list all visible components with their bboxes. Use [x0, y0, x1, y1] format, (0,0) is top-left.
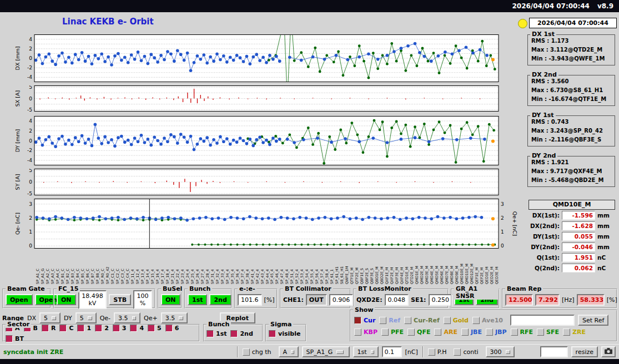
sector-1-toggle[interactable]: 1	[77, 325, 91, 332]
sigma-visible-checkbox[interactable]	[269, 330, 276, 337]
mode-value: A	[283, 348, 288, 356]
show-ref-toggle[interactable]: Ref	[379, 317, 400, 324]
sector-bt-checkbox[interactable]	[6, 335, 13, 342]
ee-ratio-readout: 101.6	[238, 294, 262, 306]
stats-dy-1st-rms: RMS : 0.743	[531, 118, 615, 127]
bpm-axis-label: SP_B8_C	[95, 250, 100, 284]
range-qe-plus-select[interactable]: 3.5	[161, 312, 188, 323]
range-dx-select[interactable]: 5	[39, 312, 61, 323]
show-rfe-checkbox[interactable]	[511, 328, 518, 336]
threshold-unit: [nC]	[405, 348, 418, 356]
option-menu-icon	[52, 316, 56, 320]
show-zre-label: ZRE	[572, 328, 586, 336]
sector-6-checkbox[interactable]	[165, 325, 173, 332]
bunch-select-2nd-checkbox[interactable]	[230, 330, 238, 337]
show-ave10-toggle[interactable]: Ave10	[472, 317, 503, 324]
bunch-select-1st-checkbox[interactable]	[207, 330, 214, 337]
gr-a1-snsr-group: GR_A1 SNSR 1st 2nd	[451, 289, 500, 309]
sector-5-checkbox[interactable]	[148, 325, 155, 332]
show-jbp-checkbox[interactable]	[486, 328, 493, 336]
sector-3-checkbox[interactable]	[113, 325, 120, 332]
sector-1-checkbox[interactable]	[77, 325, 84, 332]
range-dy-select[interactable]: 5	[76, 312, 97, 323]
show-sfe-toggle[interactable]: SFE	[537, 328, 559, 336]
plot-dy[interactable]: 420-2-4DY [mm]	[14, 116, 500, 165]
beam-gate-open-button-1[interactable]: Open	[6, 294, 33, 305]
fc15-stb-button[interactable]: STB	[109, 294, 131, 305]
chg-th-checkbox[interactable]	[243, 348, 250, 356]
device-select[interactable]: SP_A1_G	[302, 346, 350, 357]
show-ave10-checkbox[interactable]	[472, 317, 480, 324]
plot-sx[interactable]: 50-5SX [A]	[14, 85, 500, 112]
range-qe-minus-select[interactable]: 3.5	[114, 312, 140, 323]
show-cur-ref-checkbox[interactable]	[404, 317, 411, 324]
sector-5-toggle[interactable]: 5	[148, 325, 162, 332]
show-kbp-label: KBP	[364, 328, 378, 336]
show-qfe-toggle[interactable]: QFE	[407, 328, 430, 336]
ph-toggle[interactable]: P.H	[428, 348, 447, 356]
sector-c-checkbox[interactable]	[59, 325, 67, 332]
sector-bt-toggle[interactable]: BT	[6, 335, 24, 342]
beam-rep-title: Beam Rep	[505, 285, 543, 292]
bpm-readout-panel: QMD10E_M DX(1st):-1.596mmDX(2nd):-1.628m…	[527, 200, 616, 273]
show-cur-checkbox[interactable]	[354, 317, 361, 324]
show-qfe-checkbox[interactable]	[407, 328, 415, 336]
show-ref-checkbox[interactable]	[379, 317, 386, 324]
mode-select[interactable]: A	[279, 346, 299, 357]
bpm-row-dy-2nd: DY(2nd):-0.046mm	[527, 241, 616, 252]
conti-toggle[interactable]: conti	[454, 348, 478, 356]
plot-q[interactable]: 33221100Qe- [nC]Qe+ [nC]	[14, 199, 517, 249]
show-jbp-toggle[interactable]: JBP	[486, 328, 507, 336]
bunch-select[interactable]: 1st	[353, 346, 379, 357]
fc15-on-button[interactable]: ON	[57, 294, 76, 305]
bunch-2nd-button[interactable]: 2nd	[209, 294, 231, 305]
resize-button[interactable]: resize	[571, 346, 598, 357]
show-jbe-toggle[interactable]: JBE	[461, 328, 482, 336]
conti-checkbox[interactable]	[454, 348, 461, 356]
sector-2-toggle[interactable]: 2	[95, 325, 109, 332]
show-zre-checkbox[interactable]	[563, 328, 570, 336]
snapshot-button[interactable]	[601, 346, 616, 357]
range-qe-plus-label: Qe+	[144, 315, 158, 322]
sector-3-toggle[interactable]: 3	[113, 325, 127, 332]
bunch-select-2nd-toggle[interactable]: 2nd	[230, 330, 253, 337]
extra-input[interactable]	[540, 346, 568, 357]
show-pfe-checkbox[interactable]	[381, 328, 389, 336]
sector-6-toggle[interactable]: 6	[165, 325, 179, 332]
sector-r-toggle[interactable]: R	[42, 325, 56, 332]
show-sfe-checkbox[interactable]	[537, 328, 544, 336]
show-kbp-toggle[interactable]: KBP	[354, 328, 378, 336]
show-jbe-checkbox[interactable]	[461, 328, 469, 336]
sector-2-checkbox[interactable]	[95, 325, 102, 332]
show-gold-toggle[interactable]: Gold	[444, 317, 469, 324]
show-are-checkbox[interactable]	[434, 328, 441, 336]
bpm-axis-label: SP_C3_C	[120, 250, 125, 284]
bunch-select-1st-toggle[interactable]: 1st	[207, 330, 227, 337]
show-gold-checkbox[interactable]	[444, 317, 451, 324]
sigma-visible-toggle[interactable]: visible	[269, 330, 300, 337]
show-pfe-toggle[interactable]: PFE	[381, 328, 404, 336]
show-are-toggle[interactable]: ARE	[434, 328, 457, 336]
show-rfe-toggle[interactable]: RFE	[511, 328, 534, 336]
show-zre-toggle[interactable]: ZRE	[563, 328, 586, 336]
chg-th-toggle[interactable]: chg th	[243, 348, 271, 356]
bunch-1st-button[interactable]: 1st	[188, 294, 207, 305]
show-cur-toggle[interactable]: Cur	[354, 317, 375, 324]
set-ref-button[interactable]: Set Ref	[578, 315, 608, 326]
points-select[interactable]: 300	[486, 346, 515, 357]
ph-checkbox[interactable]	[428, 348, 435, 356]
set-ref-input[interactable]	[510, 315, 575, 326]
plot-sy[interactable]: 50-5SY [A]	[14, 169, 500, 195]
bpm-axis-label: QMD3E_M	[425, 250, 430, 284]
sigma-group: Sigma visible	[265, 324, 306, 342]
beam-rep-duty-readout: 58.333	[577, 294, 605, 306]
show-kbp-checkbox[interactable]	[354, 328, 361, 336]
sector-4-toggle[interactable]: 4	[130, 325, 144, 332]
sector-4-checkbox[interactable]	[130, 325, 137, 332]
sector-r-checkbox[interactable]	[42, 325, 49, 332]
show-cur-ref-toggle[interactable]: Cur-Ref	[404, 317, 440, 324]
busel-on-button[interactable]: ON	[161, 294, 180, 305]
sector-c-toggle[interactable]: C	[59, 325, 73, 332]
plot-dx[interactable]: 420-2-4DX [mm]	[14, 34, 500, 82]
threshold-input[interactable]	[382, 346, 402, 357]
